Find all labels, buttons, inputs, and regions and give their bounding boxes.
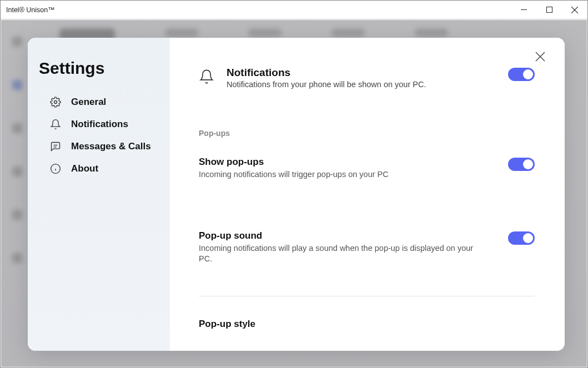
notifications-toggle[interactable] (508, 68, 535, 81)
bell-icon (199, 69, 214, 84)
popup-sound-toggle[interactable] (508, 231, 535, 245)
sidebar-item-label: About (71, 163, 98, 174)
svg-rect-1 (546, 7, 552, 13)
minimize-button[interactable] (511, 1, 536, 19)
panel-header-desc: Notifications from your phone will be sh… (227, 80, 496, 89)
divider (199, 296, 535, 296)
gear-icon (50, 97, 61, 108)
setting-desc: Incoming notifications will trigger pop-… (199, 169, 475, 180)
notifications-header: Notifications Notifications from your ph… (199, 67, 535, 89)
sidebar-item-messages[interactable]: Messages & Calls (28, 135, 170, 158)
settings-title: Settings (28, 59, 170, 91)
info-icon (50, 163, 61, 174)
close-modal-button[interactable] (532, 49, 548, 64)
sidebar-item-label: General (71, 97, 106, 108)
bell-icon (50, 119, 61, 130)
svg-point-4 (54, 101, 57, 104)
close-window-button[interactable] (562, 1, 587, 19)
setting-title: Pop-up style (199, 319, 535, 330)
sidebar-item-label: Messages & Calls (71, 141, 151, 152)
window-title: Intel® Unison™ (6, 6, 55, 14)
maximize-button[interactable] (536, 1, 562, 19)
panel-header-title: Notifications (227, 67, 496, 79)
sidebar-item-label: Notifications (71, 119, 128, 130)
setting-desc: Incoming notifications will play a sound… (199, 243, 475, 265)
section-label-popups: Pop-ups (199, 129, 535, 138)
show-popups-toggle[interactable] (508, 158, 535, 171)
setting-row-popup-style: Pop-up style (199, 319, 535, 330)
window-controls (511, 1, 587, 19)
sidebar-item-notifications[interactable]: Notifications (28, 113, 170, 135)
settings-sidebar: Settings General Notifications Messages … (28, 38, 170, 351)
setting-title: Show pop-ups (199, 157, 475, 168)
setting-row-popup-sound: Pop-up sound Incoming notifications will… (199, 230, 535, 265)
sidebar-item-about[interactable]: About (28, 158, 170, 180)
settings-modal: Settings General Notifications Messages … (28, 38, 565, 351)
setting-title: Pop-up sound (199, 230, 475, 241)
settings-panel: Notifications Notifications from your ph… (170, 38, 565, 351)
titlebar: Intel® Unison™ (1, 1, 587, 19)
message-icon (50, 141, 61, 152)
sidebar-item-general[interactable]: General (28, 91, 170, 113)
setting-row-show-popups: Show pop-ups Incoming notifications will… (199, 157, 535, 180)
